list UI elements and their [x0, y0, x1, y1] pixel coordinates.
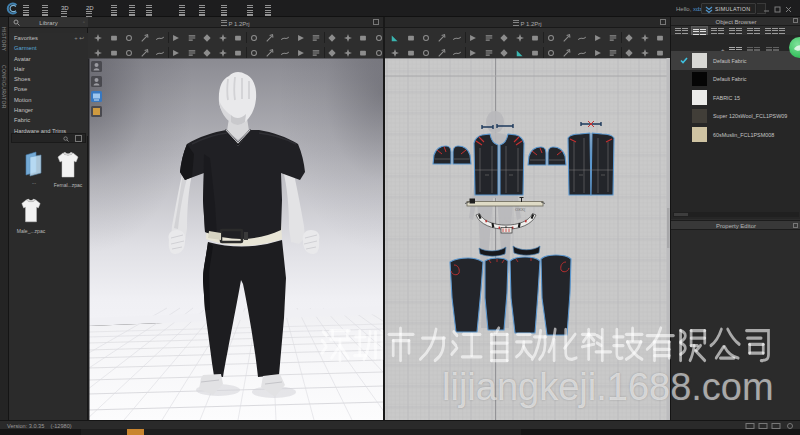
svg-text:OXX(: OXX(	[515, 207, 526, 212]
